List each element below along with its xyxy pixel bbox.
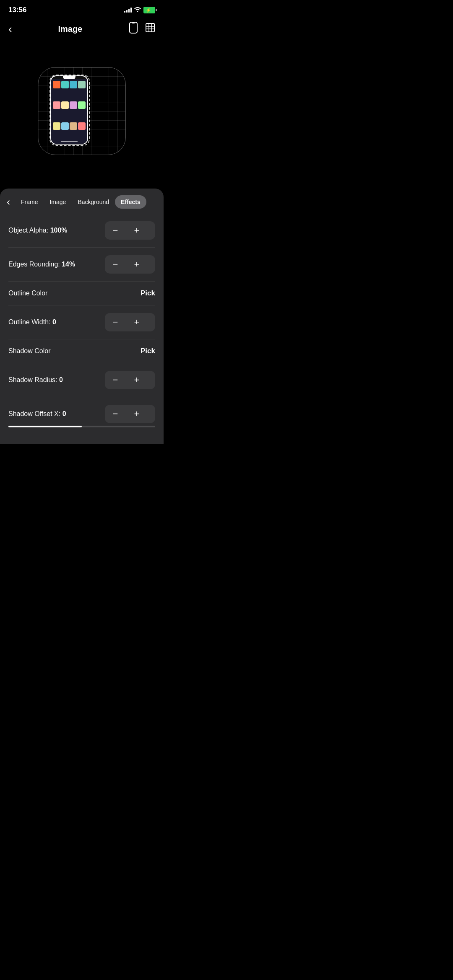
shadow-radius-row: Shadow Radius: 0 − + (8, 363, 155, 397)
svg-rect-2 (146, 23, 154, 32)
outline-width-stepper: − + (105, 313, 155, 331)
status-bar: 13:56 ⚡ (0, 0, 164, 18)
svg-rect-0 (130, 22, 137, 33)
settings-section: Object Alpha: 100% − + Edges Rounding: 1… (0, 214, 164, 425)
object-alpha-row: Object Alpha: 100% − + (8, 214, 155, 248)
shadow-radius-plus[interactable]: + (126, 371, 147, 389)
selection-rect (49, 75, 90, 146)
battery-bolt: ⚡ (146, 8, 151, 13)
outline-color-label: Outline Color (8, 290, 47, 297)
signal-icon (124, 8, 132, 13)
shadow-offset-x-label: Shadow Offset X: 0 (8, 410, 66, 418)
edges-rounding-stepper: − + (105, 255, 155, 274)
back-button[interactable]: ‹ (8, 23, 12, 36)
tab-image[interactable]: Image (44, 195, 72, 209)
outline-color-pick[interactable]: Pick (141, 289, 155, 297)
slider-fill (8, 426, 82, 427)
battery-icon: ⚡ (143, 7, 155, 13)
tab-back-button[interactable]: ‹ (7, 196, 10, 208)
shadow-color-label: Shadow Color (8, 347, 51, 355)
slider-hint (8, 426, 155, 427)
wifi-icon (134, 7, 141, 13)
shadow-offset-x-minus[interactable]: − (105, 405, 126, 423)
object-alpha-plus[interactable]: + (126, 221, 147, 240)
svg-rect-1 (132, 23, 135, 23)
outline-width-row: Outline Width: 0 − + (8, 305, 155, 339)
page-title: Image (58, 24, 82, 34)
outline-color-row: Outline Color Pick (8, 282, 155, 305)
shadow-color-row: Shadow Color Pick (8, 339, 155, 363)
preview-area (0, 42, 164, 184)
tab-background[interactable]: Background (72, 195, 115, 209)
outline-width-label: Outline Width: 0 (8, 318, 56, 326)
nav-actions (128, 22, 155, 36)
phone-outline-icon[interactable] (128, 22, 138, 36)
shadow-radius-minus[interactable]: − (105, 371, 126, 389)
tab-bar: ‹ Frame Image Background Effects (0, 189, 164, 214)
tab-frame[interactable]: Frame (15, 195, 44, 209)
shadow-radius-label: Shadow Radius: 0 (8, 376, 63, 384)
shadow-offset-x-row: Shadow Offset X: 0 − + (8, 397, 155, 425)
status-time: 13:56 (8, 6, 26, 14)
object-alpha-label: Object Alpha: 100% (8, 227, 68, 234)
edges-rounding-plus[interactable]: + (126, 255, 147, 274)
status-icons: ⚡ (124, 7, 155, 13)
edges-rounding-minus[interactable]: − (105, 255, 126, 274)
edges-rounding-label: Edges Rounding: 14% (8, 261, 75, 268)
object-alpha-stepper: − + (105, 221, 155, 240)
shadow-radius-stepper: − + (105, 371, 155, 389)
icon-preview (38, 67, 126, 159)
edges-rounding-row: Edges Rounding: 14% − + (8, 248, 155, 282)
nav-bar: ‹ Image (0, 18, 164, 42)
object-alpha-minus[interactable]: − (105, 221, 126, 240)
tab-effects[interactable]: Effects (115, 195, 146, 209)
bottom-sheet: ‹ Frame Image Background Effects Object … (0, 189, 164, 444)
phone-notch (63, 76, 76, 79)
grid-icon[interactable] (145, 23, 155, 35)
tabs-container: Frame Image Background Effects (15, 195, 157, 209)
outline-width-minus[interactable]: − (105, 313, 126, 331)
shadow-offset-x-plus[interactable]: + (126, 405, 147, 423)
shadow-color-pick[interactable]: Pick (141, 347, 155, 355)
shadow-offset-x-stepper: − + (105, 405, 155, 423)
outline-width-plus[interactable]: + (126, 313, 147, 331)
